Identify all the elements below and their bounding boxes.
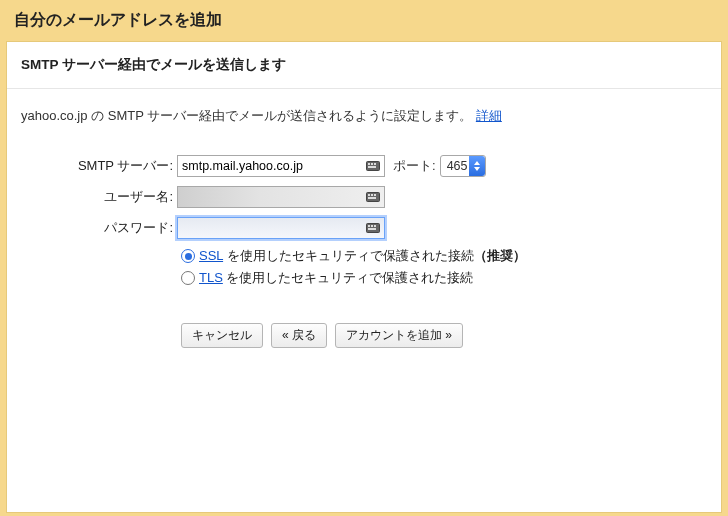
username-label: ユーザー名: (57, 188, 177, 206)
tls-link[interactable]: TLS (199, 270, 223, 285)
add-account-button[interactable]: アカウントを追加 » (335, 323, 463, 348)
learn-more-link[interactable]: 詳細 (476, 108, 502, 123)
tls-text: を使用したセキュリティで保護された接続 (223, 270, 474, 285)
smtp-server-input[interactable] (177, 155, 385, 177)
port-value: 465 (447, 159, 468, 173)
ssl-suffix: （推奨） (474, 248, 526, 263)
panel-body: yahoo.co.jp の SMTP サーバー経由でメールが送信されるように設定… (7, 89, 721, 362)
back-button[interactable]: « 戻る (271, 323, 327, 348)
tls-radio[interactable] (181, 271, 195, 285)
port-label: ポート: (393, 157, 436, 175)
main-panel: SMTP サーバー経由でメールを送信します yahoo.co.jp の SMTP… (6, 41, 722, 513)
ssl-link[interactable]: SSL (199, 248, 223, 263)
password-label: パスワード: (57, 219, 177, 237)
password-input[interactable] (177, 217, 385, 239)
cancel-button[interactable]: キャンセル (181, 323, 263, 348)
intro-text: yahoo.co.jp の SMTP サーバー経由でメールが送信されるように設定… (21, 108, 472, 123)
ssl-text: を使用したセキュリティで保護された接続 (223, 248, 474, 263)
panel-title: SMTP サーバー経由でメールを送信します (7, 42, 721, 89)
page-title: 自分のメールアドレスを追加 (0, 0, 728, 41)
ssl-option-text: SSL を使用したセキュリティで保護された接続（推奨） (199, 247, 526, 265)
port-select[interactable]: 465 (440, 155, 487, 177)
username-input[interactable] (177, 186, 385, 208)
smtp-label: SMTP サーバー: (57, 157, 177, 175)
tls-option-text: TLS を使用したセキュリティで保護された接続 (199, 269, 473, 287)
ssl-radio[interactable] (181, 249, 195, 263)
intro-line: yahoo.co.jp の SMTP サーバー経由でメールが送信されるように設定… (21, 107, 707, 125)
updown-icon (469, 156, 485, 176)
